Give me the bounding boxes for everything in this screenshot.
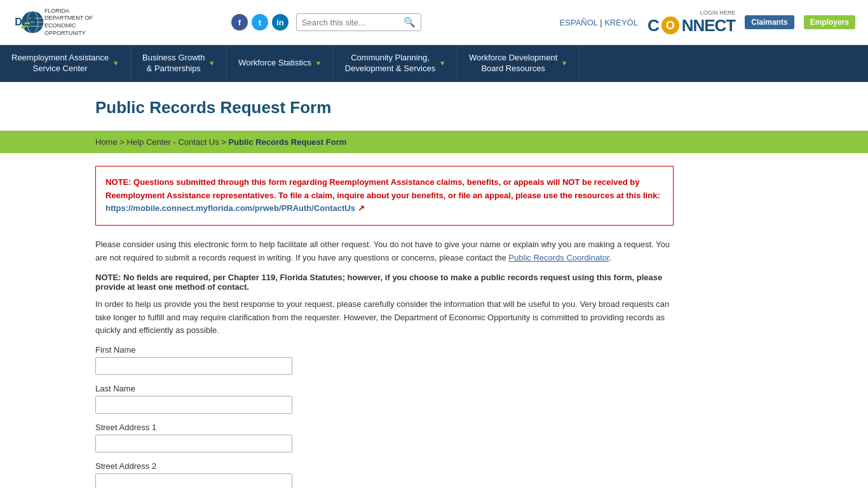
deo-logo-icon: DEO — [13, 6, 44, 38]
first-name-input[interactable] — [95, 357, 292, 375]
nav-workforce[interactable]: Workforce Statistics ▼ — [227, 45, 334, 82]
connect-box: LOGIN HERE C O NNECT — [648, 10, 735, 36]
breadcrumb-sep2: > — [221, 137, 228, 147]
linkedin-icon[interactable]: in — [272, 14, 288, 30]
last-name-label: Last Name — [95, 384, 674, 393]
search-button[interactable]: 🔍 — [403, 17, 416, 28]
breadcrumb-home[interactable]: Home — [95, 137, 118, 147]
header-center: f t in 🔍 — [231, 13, 421, 31]
external-link-icon: ↗ — [358, 203, 365, 213]
svg-text:DEO: DEO — [15, 16, 37, 27]
kreyol-link[interactable]: KREYÒL — [604, 18, 638, 27]
form-area: NOTE: Questions submitted through this f… — [0, 153, 699, 488]
main-nav: Reemployment AssistanceService Center ▼ … — [0, 45, 868, 82]
page-title: Public Records Request Form — [95, 98, 843, 118]
nav-business-label: Business Growth& Partnerships — [142, 53, 205, 74]
street1-group: Street Address 1 — [95, 423, 674, 452]
espanol-link[interactable]: ESPAÑOL — [560, 18, 598, 27]
street1-input[interactable] — [95, 435, 292, 452]
breadcrumb-sep1: > — [119, 137, 126, 147]
search-input[interactable] — [302, 18, 403, 27]
nav-community[interactable]: Community Planning,Development & Service… — [334, 45, 458, 82]
first-name-label: First Name — [95, 345, 674, 355]
form-intro: Please consider using this electronic fo… — [95, 238, 674, 265]
form-broad-request: In order to help us provide you the best… — [95, 298, 674, 337]
notice-text: NOTE: Questions submitted through this f… — [105, 176, 663, 215]
nav-business-arrow: ▼ — [208, 60, 215, 67]
nav-wdb-arrow: ▼ — [561, 60, 567, 67]
employers-button[interactable]: Employers — [804, 15, 855, 29]
connect-text: C — [648, 16, 659, 36]
connect-logo: C O NNECT — [648, 16, 735, 36]
search-bar: 🔍 — [296, 13, 421, 31]
claimants-button[interactable]: Claimants — [745, 15, 794, 29]
last-name-input[interactable] — [95, 396, 292, 414]
site-header: DEO FLORIDA DEPARTMENT of ECONOMIC OPPOR… — [0, 0, 868, 45]
login-here-label: LOGIN HERE — [700, 10, 736, 16]
nav-reemployment-arrow: ▼ — [112, 60, 119, 67]
nav-workforce-label: Workforce Statistics — [238, 58, 311, 69]
nav-wdb[interactable]: Workforce DevelopmentBoard Resources ▼ — [458, 45, 580, 82]
street2-input[interactable] — [95, 473, 292, 488]
street1-label: Street Address 1 — [95, 423, 674, 432]
breadcrumb-current: Public Records Request Form — [229, 137, 347, 147]
breadcrumb-help[interactable]: Help Center - Contact Us — [127, 137, 219, 147]
street2-group: Street Address 2 — [95, 461, 674, 488]
connect-nnect-text: NNECT — [682, 16, 736, 36]
nav-reemployment-label: Reemployment AssistanceService Center — [11, 53, 109, 74]
notice-link[interactable]: https://mobile.connect.myflorida.com/prw… — [105, 203, 355, 213]
first-name-group: First Name — [95, 345, 674, 375]
nav-wdb-label: Workforce DevelopmentBoard Resources — [469, 53, 557, 74]
language-links: ESPAÑOL | KREYÒL — [560, 18, 638, 27]
connect-o-icon: O — [661, 17, 679, 34]
facebook-icon[interactable]: f — [231, 14, 248, 30]
street2-label: Street Address 2 — [95, 461, 674, 471]
nav-community-arrow: ▼ — [439, 60, 445, 67]
notice-box: NOTE: Questions submitted through this f… — [95, 166, 674, 226]
nav-workforce-arrow: ▼ — [315, 60, 322, 67]
last-name-group: Last Name — [95, 384, 674, 414]
page-title-section: Public Records Request Form — [0, 82, 868, 131]
logo-wrapper: DEO FLORIDA DEPARTMENT of ECONOMIC OPPOR… — [13, 6, 93, 38]
nav-reemployment[interactable]: Reemployment AssistanceService Center ▼ — [0, 45, 131, 82]
social-icons: f t in — [231, 14, 288, 30]
nav-community-label: Community Planning,Development & Service… — [345, 53, 435, 74]
twitter-icon[interactable]: t — [252, 14, 268, 30]
form-note: NOTE: No fields are required, per Chapte… — [95, 273, 674, 292]
logo-tagline: FLORIDA DEPARTMENT of ECONOMIC OPPORTUNI… — [44, 8, 93, 37]
header-right: ESPAÑOL | KREYÒL LOGIN HERE C O NNECT Cl… — [560, 10, 855, 36]
nav-business[interactable]: Business Growth& Partnerships ▼ — [131, 45, 227, 82]
coordinator-link[interactable]: Public Records Coordinator — [508, 253, 609, 262]
breadcrumb: Home > Help Center - Contact Us > Public… — [0, 131, 868, 153]
